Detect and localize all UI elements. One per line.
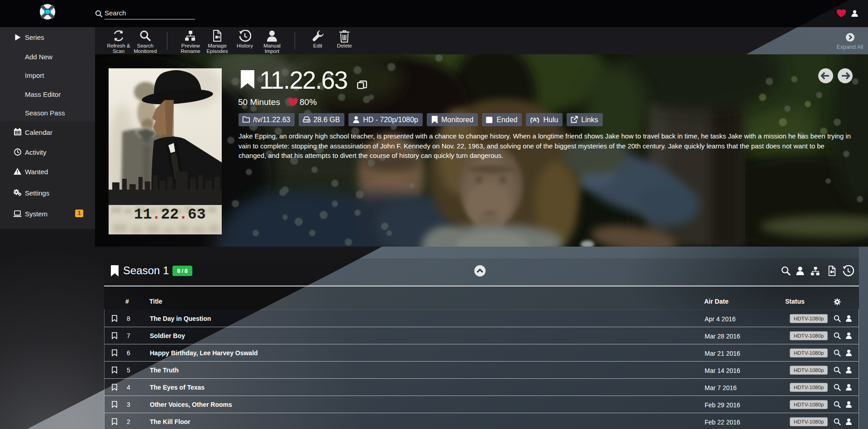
svg-text:11.22.63: 11.22.63 (134, 206, 205, 223)
